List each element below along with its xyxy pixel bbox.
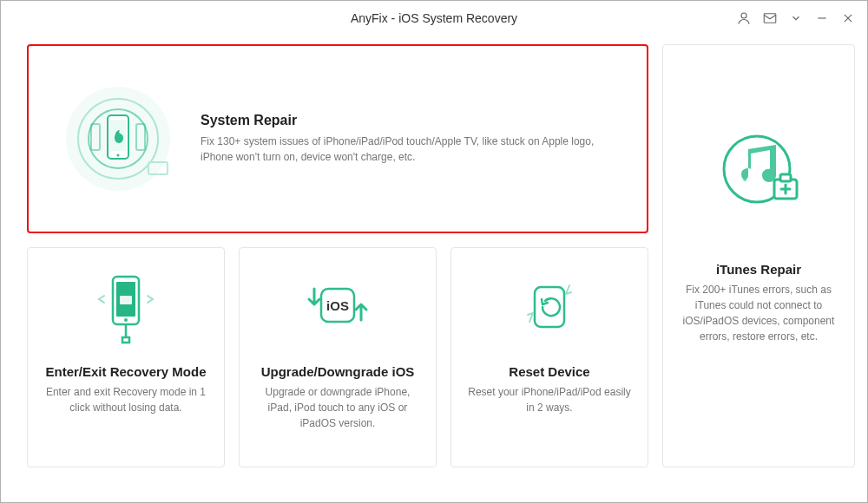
svg-text:iOS: iOS bbox=[326, 298, 349, 313]
close-icon[interactable] bbox=[839, 10, 857, 27]
reset-device-icon bbox=[506, 265, 593, 352]
card-system-repair[interactable]: System Repair Fix 130+ system issues of … bbox=[27, 44, 648, 233]
window-controls bbox=[735, 1, 857, 36]
minimize-icon[interactable] bbox=[813, 10, 831, 27]
card-itunes-repair[interactable]: iTunes Repair Fix 200+ iTunes errors, su… bbox=[662, 44, 855, 467]
system-repair-desc: Fix 130+ system issues of iPhone/iPad/iP… bbox=[201, 134, 622, 165]
svg-rect-1 bbox=[764, 14, 776, 23]
upgrade-downgrade-title: Upgrade/Downgrade iOS bbox=[253, 364, 422, 379]
mail-icon[interactable] bbox=[761, 10, 779, 27]
svg-point-22 bbox=[124, 318, 128, 322]
card-recovery-mode[interactable]: Enter/Exit Recovery Mode Enter and exit … bbox=[27, 247, 225, 467]
recovery-mode-desc: Enter and exit Recovery mode in 1 click … bbox=[42, 384, 210, 415]
card-upgrade-downgrade[interactable]: iOS Upgrade/Downgrade iOS Upgrade or dow… bbox=[239, 247, 437, 467]
upgrade-downgrade-desc: Upgrade or downgrade iPhone, iPad, iPod … bbox=[253, 384, 422, 431]
svg-point-10 bbox=[117, 154, 120, 157]
titlebar: AnyFix - iOS System Recovery bbox=[1, 1, 867, 36]
reset-device-title: Reset Device bbox=[465, 364, 634, 379]
system-repair-title: System Repair bbox=[201, 113, 622, 128]
svg-rect-24 bbox=[122, 337, 129, 343]
svg-rect-16 bbox=[780, 174, 791, 181]
recovery-mode-icon bbox=[82, 265, 169, 352]
account-icon[interactable] bbox=[735, 10, 753, 27]
svg-point-0 bbox=[741, 13, 746, 18]
svg-rect-21 bbox=[120, 296, 132, 304]
main-content: System Repair Fix 130+ system issues of … bbox=[1, 36, 867, 493]
system-repair-icon bbox=[53, 74, 183, 204]
reset-device-desc: Reset your iPhone/iPad/iPod easily in 2 … bbox=[465, 384, 634, 415]
window-title: AnyFix - iOS System Recovery bbox=[351, 11, 517, 25]
recovery-mode-title: Enter/Exit Recovery Mode bbox=[42, 364, 210, 379]
itunes-repair-desc: Fix 200+ iTunes errors, such as iTunes c… bbox=[677, 282, 840, 344]
upgrade-downgrade-icon: iOS bbox=[294, 265, 381, 352]
itunes-repair-icon bbox=[702, 114, 815, 227]
card-reset-device[interactable]: Reset Device Reset your iPhone/iPad/iPod… bbox=[450, 247, 648, 467]
itunes-repair-title: iTunes Repair bbox=[677, 262, 840, 277]
chevron-down-icon[interactable] bbox=[787, 10, 805, 27]
